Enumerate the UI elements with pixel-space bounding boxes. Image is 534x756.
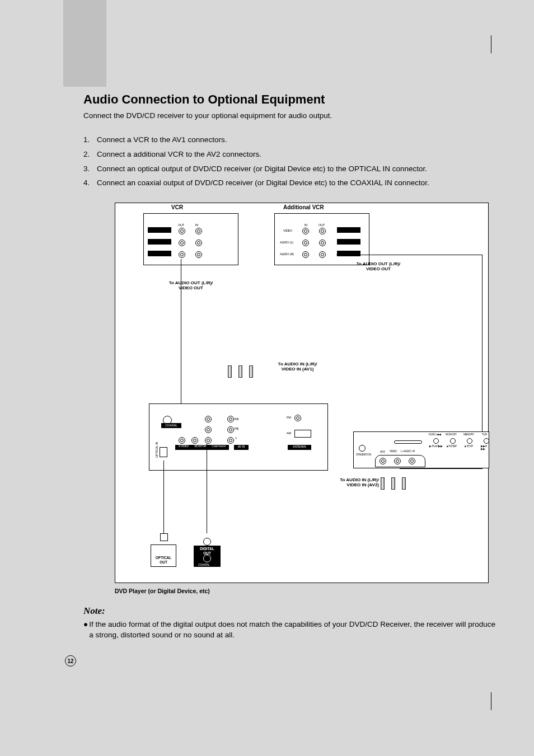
cassette-slot <box>337 251 360 256</box>
optical-port <box>160 447 167 457</box>
cable-wire <box>400 468 483 469</box>
am-terminal <box>294 430 311 438</box>
port-label: IN <box>195 223 198 227</box>
step-num: 3. <box>83 162 97 176</box>
port-label: OUT <box>318 223 325 227</box>
port-label: AUDIO (R) <box>280 252 294 256</box>
rca-jack <box>319 251 326 258</box>
rca-jack <box>191 437 198 444</box>
rca-plug <box>381 477 385 490</box>
step-text: Connect a additional VCR to the AV2 conn… <box>97 147 261 162</box>
rca-jack <box>179 251 185 258</box>
crop-mark <box>491 692 491 710</box>
cassette-slot <box>148 239 171 245</box>
rca-jack <box>302 228 309 234</box>
video-label: VIDEO <box>390 450 397 453</box>
dvd-caption: DVD Player (or Digital Device, etc) <box>115 588 210 594</box>
y-label: Y <box>235 436 237 440</box>
coax-wire <box>207 444 207 533</box>
rca-jack <box>227 416 234 422</box>
additional-vcr-label: Additional VCR <box>283 204 324 211</box>
step-num: 4. <box>83 176 97 190</box>
rca-jack <box>179 437 185 444</box>
note-body: ● If the audio format of the digital out… <box>83 619 498 641</box>
step-text: Connect a VCR to the AV1 connectors. <box>97 133 227 147</box>
pstep-label: ■ P.STEP <box>447 445 457 448</box>
rca-jack <box>319 228 326 234</box>
antenna-label-bg: ANTENNA <box>288 445 311 450</box>
connection-diagram: VCR Additional VCR OUT IN To AUDIO OUT (… <box>115 203 489 583</box>
rca-plug <box>402 477 406 490</box>
vcr-label: VCR <box>171 204 183 211</box>
step: 3.Connect an optical output of DVD/CD re… <box>83 162 498 176</box>
optical-wire <box>163 461 164 533</box>
port-label: AUDIO (L) <box>280 241 293 244</box>
rca-jack <box>195 228 202 234</box>
note-header: Note: <box>83 605 498 617</box>
standby-button <box>359 445 366 452</box>
optical-out-label: OPTICAL OUT <box>151 556 176 565</box>
step-num: 1. <box>83 133 97 147</box>
standby-label: STANDBY/ON <box>356 453 371 456</box>
avin-label-bg: AV IN <box>234 445 249 450</box>
av1-label: To AUDIO IN (L/R)/ VIDEO IN (AV1) <box>265 361 330 372</box>
cassette-slot <box>337 227 360 233</box>
step-list: 1.Connect a VCR to the AV1 connectors. 2… <box>83 133 498 190</box>
diagram-wrapper: VCR Additional VCR OUT IN To AUDIO OUT (… <box>89 203 492 598</box>
step-num: 2. <box>83 147 97 162</box>
vcr-out-label: To AUDIO OUT (L/R)/ VIDEO OUT <box>149 280 233 291</box>
am-label: AM <box>287 431 291 435</box>
note-text: If the audio format of the digital outpu… <box>89 619 498 641</box>
cable-wire <box>336 255 482 255</box>
mono-label: MONO/ST. <box>446 433 457 436</box>
func-label: FUNC./◀◀ <box>429 433 441 436</box>
knob <box>433 438 439 444</box>
rca-jack <box>179 228 185 234</box>
rca-jack <box>195 251 202 258</box>
audio-lr-label: L • AUDIO • R <box>401 450 415 453</box>
knob <box>484 438 489 444</box>
port-label: VIDEO <box>283 229 292 232</box>
svideo-label-bg: S-VIDEO <box>175 445 192 450</box>
cassette-slot <box>337 239 360 245</box>
rca-jack <box>302 251 309 258</box>
side-tab <box>63 0 106 87</box>
rca-jack <box>227 426 234 433</box>
rca-jack <box>205 416 212 422</box>
rca-plug <box>238 365 242 378</box>
optical-in-label: OPTICAL IN <box>155 442 158 457</box>
port-label: OUT <box>178 223 184 227</box>
stop-label: ■ STOP <box>465 445 473 448</box>
play-label: ▶ PLAY/▶▶ <box>429 445 443 448</box>
coaxial-label: COAXIAL <box>198 563 209 566</box>
pr-label: PR <box>235 417 238 421</box>
step: 4.Connect an coaxial output of DVD/CD re… <box>83 176 498 190</box>
rca-jack <box>319 240 326 246</box>
step-text: Connect an optical output of DVD/CD rece… <box>97 162 427 176</box>
rca-jack <box>205 426 212 433</box>
page-title: Audio Connection to Optional Equipment <box>83 92 498 107</box>
cassette-slot <box>148 251 171 256</box>
rca-jack <box>195 240 202 246</box>
tun2-label: ▶▶II/▶▶ <box>481 445 488 450</box>
tun-label: TUN <box>482 433 487 436</box>
rca-jack <box>205 437 212 444</box>
av2-label-text: To AUDIO IN (L/R)/ VIDEO IN (AV2) <box>325 477 379 488</box>
memory-label: MEMORY <box>463 433 474 436</box>
rca-plug <box>249 365 253 378</box>
knob <box>467 438 472 444</box>
port-label: IN <box>305 223 307 227</box>
coax-jack <box>203 555 211 562</box>
knob <box>450 438 456 444</box>
display <box>394 440 422 444</box>
rca-jack <box>227 437 234 444</box>
rca-plug <box>391 477 395 490</box>
rca-plug <box>228 365 232 378</box>
rca-jack <box>179 240 185 246</box>
fm-jack <box>294 415 301 421</box>
rca-jack <box>380 458 386 464</box>
pb-label: PB <box>235 427 238 430</box>
step-text: Connect an coaxial output of DVD/CD rece… <box>97 176 429 190</box>
component-label-bg: COMPONENT <box>209 445 229 450</box>
rca-jack <box>409 458 415 464</box>
